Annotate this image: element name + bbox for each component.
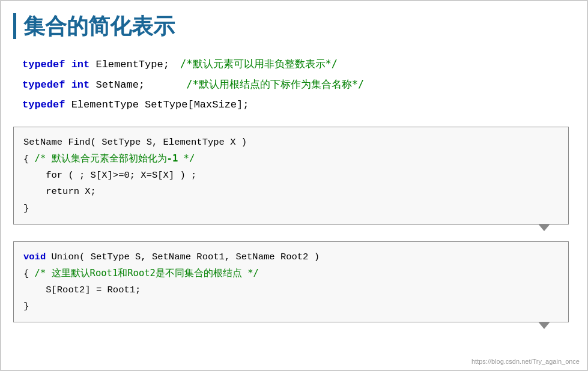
kw-int-2: int bbox=[71, 76, 96, 95]
kw-void: void bbox=[23, 252, 46, 262]
typedef-line-1: typedef int ElementType; /*默认元素可以用非负整数表示… bbox=[22, 54, 569, 74]
type-name-1: ElementType; bbox=[95, 55, 175, 74]
find-line-2: { /* 默认集合元素全部初始化为-1 */ bbox=[23, 151, 559, 167]
union-line-4: } bbox=[23, 298, 559, 315]
union-line-1: void Union( SetType S, SetName Root1, Se… bbox=[23, 249, 559, 265]
union-code-box: void Union( SetType S, SetName Root1, Se… bbox=[13, 241, 569, 323]
typedef-line-3: typedef ElementType SetType[MaxSize]; bbox=[22, 95, 569, 115]
typedef-section: typedef int ElementType; /*默认元素可以用非负整数表示… bbox=[13, 54, 569, 115]
kw-typedef-1: typedef bbox=[22, 55, 71, 74]
kw-typedef-2: typedef bbox=[22, 76, 71, 95]
page-title: 集合的简化表示 bbox=[23, 13, 569, 39]
title-bar: 集合的简化表示 bbox=[13, 13, 569, 39]
find-line-5: } bbox=[23, 201, 559, 217]
union-line-3: S[Root2] = Root1; bbox=[23, 282, 559, 298]
watermark: https://blog.csdn.net/Try_again_once bbox=[471, 358, 580, 365]
comment-2: /*默认用根结点的下标作为集合名称*/ bbox=[186, 74, 364, 94]
typedef-line-2: typedef int SetName; /*默认用根结点的下标作为集合名称*/ bbox=[22, 74, 569, 95]
type-name-2: SetName; bbox=[95, 76, 181, 95]
find-line-4: return X; bbox=[23, 184, 559, 200]
slide: 集合的简化表示 typedef int ElementType; /*默认元素可… bbox=[0, 0, 588, 371]
comment-1: /*默认元素可以用非负整数表示*/ bbox=[180, 54, 338, 73]
find-code-box: SetName Find( SetType S, ElementType X )… bbox=[13, 127, 569, 225]
kw-typedef-3: typedef bbox=[22, 95, 71, 115]
find-line-1: SetName Find( SetType S, ElementType X ) bbox=[23, 134, 559, 151]
find-comment: /* 默认集合元素全部初始化为-1 */ bbox=[35, 153, 195, 164]
union-line-2: { /* 这里默认Root1和Root2是不同集合的根结点 */ bbox=[23, 265, 559, 282]
find-line-3: for ( ; S[X]>=0; X=S[X] ) ; bbox=[23, 167, 559, 184]
type-name-3: ElementType SetType[MaxSize]; bbox=[71, 95, 249, 115]
union-comment: /* 这里默认Root1和Root2是不同集合的根结点 */ bbox=[35, 268, 259, 279]
kw-int-1: int bbox=[71, 55, 96, 74]
